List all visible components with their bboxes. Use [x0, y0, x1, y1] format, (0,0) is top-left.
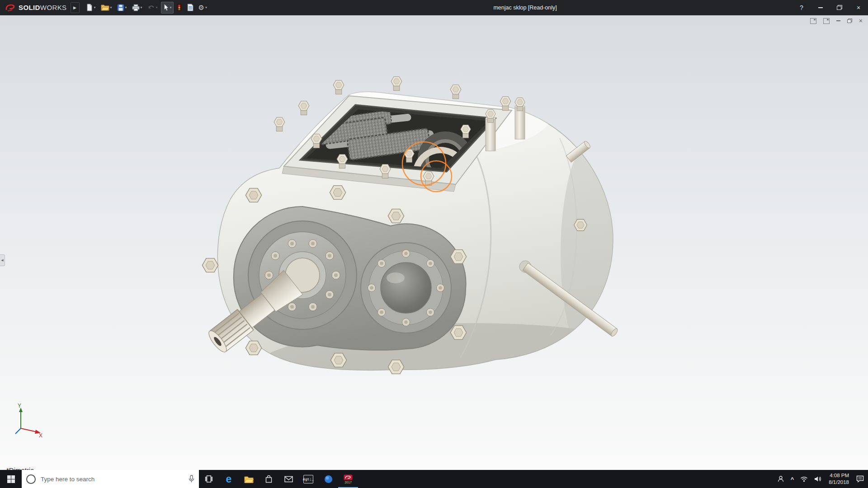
undo-icon — [147, 4, 155, 11]
reference-triad[interactable]: Y X — [10, 402, 45, 437]
rebuild-button[interactable] — [175, 2, 184, 14]
document-window-controls: × — [810, 18, 863, 24]
dropdown-caret[interactable]: ▾ — [170, 5, 172, 9]
help-button[interactable]: ? — [792, 0, 811, 15]
graphics-viewport[interactable]: ◀ Y X *Dimetric — [0, 15, 868, 470]
network-icon[interactable] — [797, 470, 811, 488]
start-button[interactable] — [0, 470, 22, 488]
shopping-bag-icon — [265, 475, 273, 483]
edge-glyph: e — [226, 474, 232, 484]
file-explorer-icon[interactable] — [239, 470, 259, 488]
clock-date: 8/1/2018 — [829, 479, 849, 486]
triad-y-label: Y — [18, 403, 21, 409]
menu-expand-arrow[interactable]: ▶ — [71, 2, 80, 13]
people-icon[interactable] — [774, 470, 788, 488]
document-close-button[interactable]: × — [859, 18, 863, 24]
solidworks-logo-icon — [5, 4, 16, 12]
windows-taskbar: e &gt;_ — [0, 470, 868, 488]
dropdown-caret[interactable]: ▾ — [205, 5, 207, 9]
microphone-icon[interactable] — [189, 475, 194, 483]
dropdown-caret[interactable]: ▾ — [125, 5, 127, 9]
mail-icon[interactable] — [278, 470, 298, 488]
dropdown-caret[interactable]: ▾ — [156, 5, 158, 9]
brand-light: WORKS — [40, 4, 67, 11]
task-view-button[interactable] — [199, 470, 219, 488]
action-center-button[interactable] — [853, 470, 867, 488]
search-input[interactable] — [40, 475, 184, 483]
brand-bold: SOLID — [19, 4, 40, 11]
output-bearing-cover[interactable] — [361, 243, 451, 333]
edge-icon[interactable]: e — [219, 470, 239, 488]
minimize-button[interactable] — [811, 0, 830, 15]
minimize-icon — [818, 7, 823, 8]
save-button[interactable]: ▾ — [115, 2, 129, 14]
task-view-icon — [205, 475, 213, 483]
new-document-button[interactable]: ▾ — [84, 2, 98, 14]
blue-globe-icon — [324, 475, 333, 483]
open-button[interactable]: ▾ — [99, 2, 114, 14]
document-restore-button[interactable] — [847, 19, 852, 23]
print-button[interactable]: ▾ — [130, 2, 144, 14]
window-title: menjac sklop [Read-only] — [493, 5, 557, 11]
viewport-canvas[interactable] — [0, 15, 868, 470]
gearbox-model[interactable] — [202, 72, 710, 441]
titlebar: SOLIDWORKS ▶ ▾ ▾ ▾ — [0, 0, 868, 15]
pane-icon[interactable] — [810, 18, 816, 24]
volume-icon[interactable] — [811, 470, 825, 488]
dropdown-caret[interactable]: ▾ — [110, 5, 112, 9]
maximize-button[interactable] — [830, 0, 849, 15]
console-glyph: &gt;_ — [303, 475, 313, 483]
save-icon — [117, 4, 124, 11]
taskbar-apps: e &gt;_ — [199, 470, 358, 488]
document-minimize-button[interactable] — [836, 20, 840, 21]
clock-time: 4:08 PM — [829, 472, 849, 479]
action-center-icon — [856, 475, 864, 483]
system-tray: ^ 4:08 PM8/1/2018 — [774, 470, 868, 488]
triad-x-label: X — [39, 432, 42, 437]
open-folder-icon — [101, 4, 109, 11]
file-properties-button[interactable] — [185, 2, 195, 14]
file-properties-icon — [187, 4, 193, 11]
options-button[interactable]: ⚙ ▾ — [197, 2, 209, 14]
app-icon-blue[interactable] — [318, 470, 338, 488]
store-icon[interactable] — [259, 470, 278, 488]
taskbar-clock[interactable]: 4:08 PM8/1/2018 — [825, 470, 853, 488]
cortana-icon[interactable] — [26, 474, 36, 484]
select-tool-button[interactable]: ▾ — [161, 2, 174, 14]
view-orientation-label: *Dimetric — [6, 466, 34, 470]
new-document-icon — [86, 4, 93, 11]
rebuild-stoplight-icon — [177, 4, 182, 11]
close-button[interactable]: × — [849, 0, 868, 15]
taskbar-search[interactable] — [22, 470, 199, 488]
terminal-icon[interactable]: &gt;_ — [298, 470, 318, 488]
feature-tree-collapse-arrow[interactable]: ◀ — [0, 254, 5, 266]
brand-text: SOLIDWORKS — [19, 4, 67, 11]
envelope-icon — [284, 476, 293, 483]
gear-icon: ⚙ — [198, 4, 204, 11]
windows-logo-icon — [7, 475, 15, 483]
solidworks-year-badge: 2017 — [344, 481, 352, 484]
select-cursor-icon — [163, 4, 169, 11]
solidworks-taskbar-icon[interactable]: 2017 — [338, 470, 358, 488]
restore-icon — [837, 5, 842, 10]
chevron-up-icon: ^ — [791, 476, 794, 483]
hidden-icons-chevron[interactable]: ^ — [788, 470, 797, 488]
pane-icon[interactable] — [823, 18, 830, 24]
quick-access-toolbar: ▾ ▾ ▾ ▾ — [84, 2, 209, 14]
undo-button[interactable]: ▾ — [146, 2, 160, 14]
solidworks-logo: SOLIDWORKS — [0, 0, 71, 15]
dropdown-caret[interactable]: ▾ — [141, 5, 142, 9]
folder-icon — [244, 475, 254, 483]
window-controls: ? × — [792, 0, 868, 15]
solidworks-app-icon — [344, 474, 353, 480]
print-icon — [132, 4, 140, 11]
dropdown-caret[interactable]: ▾ — [94, 5, 96, 9]
